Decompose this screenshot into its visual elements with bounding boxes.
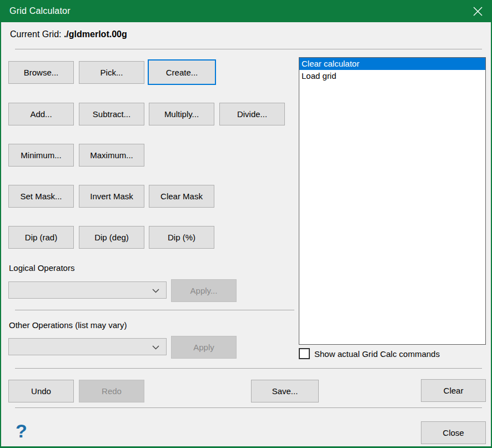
set-mask-button[interactable]: Set Mask... <box>8 185 74 208</box>
subtract-button[interactable]: Subtract... <box>79 103 144 125</box>
titlebar: Grid Calculator <box>1 0 491 22</box>
close-icon <box>473 7 483 16</box>
create-button[interactable]: Create... <box>148 59 216 85</box>
dip-deg-button[interactable]: Dip (deg) <box>79 226 144 249</box>
chevron-down-icon <box>152 285 159 295</box>
separator-footer-bottom <box>15 407 482 408</box>
show-commands-checkbox-row[interactable]: Show actual Grid Calc commands <box>299 348 440 359</box>
multiply-button[interactable]: Multiply... <box>149 103 214 125</box>
command-history-list[interactable]: Clear calculator Load grid <box>299 57 486 345</box>
add-button[interactable]: Add... <box>8 103 74 125</box>
maximum-button[interactable]: Maximum... <box>79 144 144 167</box>
grid-calculator-dialog: Grid Calculator Current Grid: ./gldmerlo… <box>0 0 492 448</box>
invert-mask-button[interactable]: Invert Mask <box>79 185 144 208</box>
other-operations-label: Other Operations (list may vary) <box>9 320 127 330</box>
separator-header <box>15 49 482 49</box>
current-grid-value: ./gldmerlot.00g <box>64 29 127 39</box>
other-operations-select[interactable] <box>8 338 167 355</box>
separator-footer-top <box>15 368 482 369</box>
current-grid-label: Current Grid: <box>10 29 61 39</box>
clear-button[interactable]: Clear <box>421 379 486 402</box>
redo-button[interactable]: Redo <box>79 380 144 402</box>
current-grid-row: Current Grid: ./gldmerlot.00g <box>10 29 127 39</box>
logical-apply-button[interactable]: Apply... <box>171 279 237 302</box>
other-apply-button[interactable]: Apply <box>171 336 237 359</box>
clear-mask-button[interactable]: Clear Mask <box>149 185 214 208</box>
separator-logical <box>15 310 294 310</box>
divide-button[interactable]: Divide... <box>219 103 285 125</box>
close-window-button[interactable] <box>464 0 491 22</box>
dip-rad-button[interactable]: Dip (rad) <box>8 226 74 249</box>
list-item[interactable]: Clear calculator <box>299 58 485 70</box>
close-button[interactable]: Close <box>421 421 486 444</box>
browse-button[interactable]: Browse... <box>8 61 74 84</box>
dip-pct-button[interactable]: Dip (%) <box>149 226 214 249</box>
save-button[interactable]: Save... <box>251 380 319 402</box>
help-icon[interactable]: ? <box>16 420 27 442</box>
list-item[interactable]: Load grid <box>299 70 485 82</box>
chevron-down-icon <box>152 342 159 352</box>
undo-button[interactable]: Undo <box>8 380 74 402</box>
show-commands-checkbox-label: Show actual Grid Calc commands <box>314 349 440 359</box>
checkbox-unchecked-icon[interactable] <box>299 348 310 359</box>
window-title: Grid Calculator <box>1 6 71 16</box>
minimum-button[interactable]: Minimum... <box>8 144 74 167</box>
logical-operators-label: Logical Operators <box>9 263 74 273</box>
logical-operators-select[interactable] <box>8 281 167 299</box>
pick-button[interactable]: Pick... <box>79 61 144 84</box>
